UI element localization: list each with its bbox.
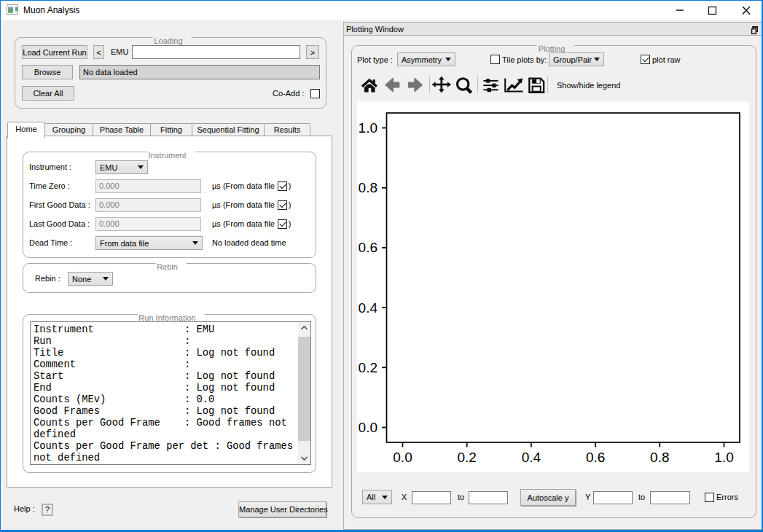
svg-text:0.2: 0.2 [457, 450, 476, 465]
svg-text:0.0: 0.0 [393, 450, 412, 465]
svg-text:0.4: 0.4 [359, 300, 378, 316]
svg-text:0.2: 0.2 [359, 360, 377, 375]
svg-text:0.8: 0.8 [359, 180, 377, 195]
svg-text:0.4: 0.4 [522, 450, 541, 465]
svg-text:1.0: 1.0 [359, 120, 377, 136]
svg-text:0.0: 0.0 [359, 420, 377, 435]
svg-text:1.0: 1.0 [714, 450, 733, 465]
svg-text:0.6: 0.6 [359, 240, 377, 255]
svg-text:0.8: 0.8 [650, 450, 669, 465]
svg-text:0.6: 0.6 [586, 450, 605, 465]
